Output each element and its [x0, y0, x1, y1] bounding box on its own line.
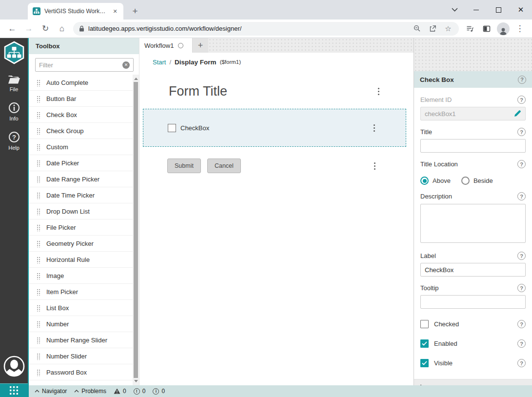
- profile-icon[interactable]: [496, 22, 510, 36]
- reading-list-icon[interactable]: [463, 22, 477, 36]
- add-workflow-tab-button[interactable]: +: [192, 38, 208, 53]
- checkbox-label[interactable]: Checked: [434, 320, 459, 328]
- browser-tab[interactable]: VertiGIS Studio Workflow ✕: [28, 3, 123, 20]
- scroll-down-icon[interactable]: [134, 380, 138, 382]
- url-text[interactable]: latitudegeo.apps.vertigisstudio.com/work…: [88, 25, 407, 32]
- checkbox-label[interactable]: Enabled: [434, 340, 457, 347]
- new-tab-button[interactable]: +: [128, 4, 142, 18]
- buttons-menu-button[interactable]: [370, 160, 379, 172]
- window-close-button[interactable]: ✕: [510, 0, 532, 20]
- help-icon[interactable]: ?: [518, 76, 526, 84]
- share-icon[interactable]: [427, 23, 438, 35]
- checkbox-preview-icon[interactable]: [168, 124, 176, 132]
- toolbox-item[interactable]: Drop Down List: [29, 203, 133, 219]
- toolbox-item[interactable]: Image: [29, 268, 133, 284]
- tab-search-chevron-icon[interactable]: [444, 0, 465, 20]
- toolbox-item[interactable]: List Box: [29, 300, 133, 316]
- refresh-icon[interactable]: ↻: [39, 22, 52, 36]
- toolbox-item[interactable]: Number Slider: [29, 348, 133, 364]
- toolbox-item[interactable]: Number Range Slider: [29, 332, 133, 348]
- rail-item-help[interactable]: ? Help: [8, 131, 20, 151]
- title-input[interactable]: [420, 139, 526, 153]
- window-minimize-button[interactable]: [465, 0, 487, 20]
- window-maximize-button[interactable]: [487, 0, 510, 20]
- radio-beside[interactable]: [461, 177, 470, 185]
- info-counter[interactable]: i 0: [153, 388, 165, 395]
- toolbox-item[interactable]: Password Box: [29, 364, 133, 380]
- radio-beside-label[interactable]: Beside: [473, 177, 493, 184]
- unsaved-indicator-icon[interactable]: [178, 43, 183, 48]
- selected-checkbox-element[interactable]: CheckBox: [143, 109, 406, 147]
- navigator-toggle[interactable]: Navigator: [35, 388, 67, 395]
- toolbox-filter[interactable]: ✕: [35, 58, 134, 72]
- user-avatar-icon[interactable]: [3, 355, 25, 377]
- toolbox-item[interactable]: Item Picker: [29, 284, 133, 300]
- form-title[interactable]: Form Title: [169, 84, 374, 99]
- radio-above-label[interactable]: Above: [433, 177, 451, 184]
- toolbox-item[interactable]: Horizontal Rule: [29, 252, 133, 268]
- toolbox-item[interactable]: Button Bar: [29, 91, 133, 107]
- filter-input[interactable]: [39, 61, 122, 69]
- submit-button[interactable]: Submit: [167, 159, 201, 173]
- checkbox-label[interactable]: Visible: [434, 359, 453, 367]
- forward-icon[interactable]: →: [22, 22, 36, 36]
- label-input[interactable]: [420, 263, 526, 277]
- tab-close-icon[interactable]: ✕: [111, 7, 119, 16]
- help-icon[interactable]: ?: [517, 252, 526, 260]
- help-icon[interactable]: ?: [517, 320, 526, 328]
- problems-toggle[interactable]: Problems: [74, 388, 106, 395]
- toolbox-item[interactable]: Date Picker: [29, 155, 133, 171]
- help-icon[interactable]: ?: [517, 339, 526, 348]
- back-icon[interactable]: ←: [5, 22, 19, 36]
- toolbox-item-label: Geometry Picker: [46, 240, 94, 247]
- help-icon[interactable]: ?: [517, 359, 526, 367]
- apps-grid-button[interactable]: [0, 383, 28, 397]
- home-icon[interactable]: ⌂: [55, 22, 69, 36]
- form-title-menu-button[interactable]: [374, 86, 383, 98]
- checkbox-icon[interactable]: [420, 359, 429, 367]
- toolbox-item[interactable]: Date Time Picker: [29, 187, 133, 203]
- tooltip-input[interactable]: [420, 295, 526, 309]
- help-icon[interactable]: ?: [517, 96, 526, 104]
- toolbox-item[interactable]: Auto Complete: [29, 75, 133, 91]
- errors-counter[interactable]: ! 0: [134, 388, 146, 395]
- toolbox-item[interactable]: Radio Group: [29, 380, 133, 385]
- help-icon[interactable]: ?: [517, 192, 526, 200]
- rail-item-file[interactable]: File: [8, 75, 20, 92]
- scrollbar-thumb[interactable]: [134, 82, 138, 378]
- breadcrumb-start-link[interactable]: Start: [153, 59, 166, 66]
- checkbox-icon[interactable]: [420, 320, 429, 328]
- element-id-label: Element ID: [420, 96, 452, 103]
- help-icon[interactable]: ?: [517, 284, 526, 292]
- toolbox-item[interactable]: Custom: [29, 139, 133, 155]
- help-icon[interactable]: ?: [517, 160, 526, 168]
- workflow-tab[interactable]: Workflow1: [139, 38, 192, 53]
- title-label: Title: [420, 128, 432, 136]
- toolbox-item[interactable]: Check Group: [29, 123, 133, 139]
- edit-pencil-icon[interactable]: [513, 110, 521, 118]
- toolbox-item[interactable]: Date Range Picker: [29, 171, 133, 187]
- zoom-out-icon[interactable]: [411, 23, 423, 35]
- events-section-toggle[interactable]: Events: [414, 379, 532, 385]
- toolbox-item[interactable]: Number: [29, 316, 133, 332]
- toolbox-item[interactable]: Check Box: [29, 107, 133, 123]
- toolbox-scrollbar[interactable]: [133, 75, 139, 385]
- cancel-button[interactable]: Cancel: [207, 159, 241, 173]
- help-icon[interactable]: ?: [517, 128, 526, 136]
- side-panel-icon[interactable]: [480, 22, 493, 36]
- star-icon[interactable]: ☆: [442, 23, 454, 35]
- folder-icon: [8, 75, 20, 84]
- menu-kebab-icon[interactable]: ⋮: [513, 22, 527, 36]
- rail-item-info[interactable]: Info: [8, 102, 20, 121]
- warnings-counter[interactable]: 0: [114, 388, 126, 395]
- description-textarea[interactable]: [420, 204, 526, 243]
- element-menu-button[interactable]: [369, 122, 379, 134]
- toolbox-item[interactable]: Geometry Picker: [29, 236, 133, 252]
- scroll-up-icon[interactable]: [134, 78, 138, 80]
- vertigis-logo[interactable]: [3, 40, 25, 65]
- radio-above[interactable]: [420, 177, 429, 185]
- checkbox-icon[interactable]: [420, 339, 429, 348]
- filter-clear-icon[interactable]: ✕: [122, 61, 130, 69]
- url-bar[interactable]: latitudegeo.apps.vertigisstudio.com/work…: [73, 22, 459, 36]
- toolbox-item[interactable]: File Picker: [29, 219, 133, 236]
